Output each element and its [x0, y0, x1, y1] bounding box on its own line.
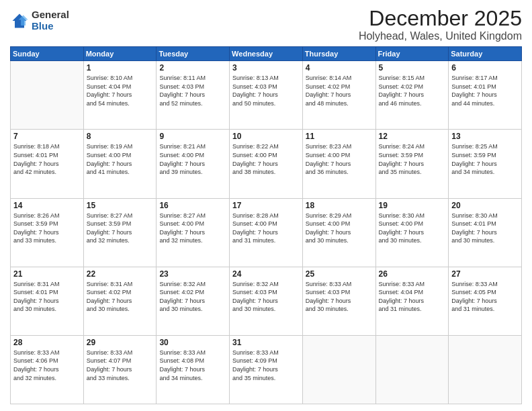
day-number: 24 — [232, 269, 300, 279]
day-number: 28 — [13, 338, 81, 347]
table-row: 3Sunrise: 8:13 AM Sunset: 4:03 PM Daylig… — [230, 61, 303, 130]
day-number: 30 — [159, 338, 226, 347]
table-row: 4Sunrise: 8:14 AM Sunset: 4:02 PM Daylig… — [302, 61, 375, 130]
day-number: 14 — [13, 201, 81, 210]
table-row: 7Sunrise: 8:18 AM Sunset: 4:01 PM Daylig… — [11, 130, 84, 198]
day-number: 7 — [13, 132, 81, 141]
day-info: Sunrise: 8:33 AM Sunset: 4:09 PM Dayligh… — [232, 349, 300, 382]
day-number: 22 — [87, 269, 154, 279]
table-row: 27Sunrise: 8:33 AM Sunset: 4:05 PM Dayli… — [449, 267, 522, 335]
calendar-week-row: 1Sunrise: 8:10 AM Sunset: 4:04 PM Daylig… — [11, 61, 522, 130]
day-info: Sunrise: 8:18 AM Sunset: 4:01 PM Dayligh… — [13, 142, 81, 176]
title-block: December 2025 Holyhead, Wales, United Ki… — [359, 7, 522, 42]
day-info: Sunrise: 8:14 AM Sunset: 4:02 PM Dayligh… — [306, 74, 373, 107]
table-row: 9Sunrise: 8:21 AM Sunset: 4:00 PM Daylig… — [157, 130, 230, 198]
day-info: Sunrise: 8:33 AM Sunset: 4:06 PM Dayligh… — [13, 349, 81, 382]
table-row: 26Sunrise: 8:33 AM Sunset: 4:04 PM Dayli… — [375, 267, 449, 335]
col-tuesday: Tuesday — [157, 47, 230, 61]
col-thursday: Thursday — [302, 47, 375, 61]
day-number: 8 — [87, 132, 154, 141]
table-row: 21Sunrise: 8:31 AM Sunset: 4:01 PM Dayli… — [11, 267, 84, 335]
table-row: 6Sunrise: 8:17 AM Sunset: 4:01 PM Daylig… — [449, 61, 522, 130]
table-row: 31Sunrise: 8:33 AM Sunset: 4:09 PM Dayli… — [230, 335, 303, 404]
day-number: 21 — [13, 269, 81, 279]
table-row: 11Sunrise: 8:23 AM Sunset: 4:00 PM Dayli… — [302, 130, 375, 198]
table-row: 12Sunrise: 8:24 AM Sunset: 3:59 PM Dayli… — [375, 130, 449, 198]
table-row: 8Sunrise: 8:19 AM Sunset: 4:00 PM Daylig… — [83, 130, 157, 198]
table-row: 28Sunrise: 8:33 AM Sunset: 4:06 PM Dayli… — [11, 335, 84, 404]
day-number: 10 — [232, 132, 300, 141]
day-info: Sunrise: 8:15 AM Sunset: 4:02 PM Dayligh… — [379, 74, 446, 107]
day-info: Sunrise: 8:33 AM Sunset: 4:07 PM Dayligh… — [87, 349, 154, 382]
day-number: 15 — [87, 201, 154, 210]
day-info: Sunrise: 8:31 AM Sunset: 4:02 PM Dayligh… — [87, 280, 154, 314]
day-number: 26 — [379, 269, 446, 279]
logo-general: General — [32, 9, 69, 21]
table-row: 2Sunrise: 8:11 AM Sunset: 4:03 PM Daylig… — [157, 61, 230, 130]
logo: General Blue — [10, 9, 69, 32]
table-row: 17Sunrise: 8:28 AM Sunset: 4:00 PM Dayli… — [230, 198, 303, 267]
page: General Blue December 2025 Holyhead, Wal… — [0, 0, 532, 411]
day-number: 17 — [232, 201, 300, 210]
calendar-header-row: Sunday Monday Tuesday Wednesday Thursday… — [11, 47, 522, 61]
day-info: Sunrise: 8:27 AM Sunset: 3:59 PM Dayligh… — [87, 212, 154, 245]
header: General Blue December 2025 Holyhead, Wal… — [10, 7, 522, 42]
day-info: Sunrise: 8:21 AM Sunset: 4:00 PM Dayligh… — [159, 142, 226, 176]
day-info: Sunrise: 8:24 AM Sunset: 3:59 PM Dayligh… — [379, 142, 446, 176]
day-info: Sunrise: 8:26 AM Sunset: 3:59 PM Dayligh… — [13, 212, 81, 245]
day-info: Sunrise: 8:32 AM Sunset: 4:02 PM Dayligh… — [159, 280, 226, 314]
table-row: 14Sunrise: 8:26 AM Sunset: 3:59 PM Dayli… — [11, 198, 84, 267]
day-number: 2 — [159, 63, 226, 73]
day-number: 3 — [232, 63, 300, 73]
day-info: Sunrise: 8:33 AM Sunset: 4:05 PM Dayligh… — [451, 280, 519, 314]
day-number: 11 — [306, 132, 373, 141]
logo-text: General Blue — [32, 9, 69, 32]
table-row — [302, 335, 375, 404]
main-title: December 2025 — [359, 7, 522, 30]
table-row: 1Sunrise: 8:10 AM Sunset: 4:04 PM Daylig… — [83, 61, 157, 130]
table-row: 25Sunrise: 8:33 AM Sunset: 4:03 PM Dayli… — [302, 267, 375, 335]
day-number: 16 — [159, 201, 226, 210]
calendar-table: Sunday Monday Tuesday Wednesday Thursday… — [10, 46, 522, 404]
day-info: Sunrise: 8:19 AM Sunset: 4:00 PM Dayligh… — [87, 142, 154, 176]
day-info: Sunrise: 8:29 AM Sunset: 4:00 PM Dayligh… — [306, 212, 373, 245]
day-number: 4 — [306, 63, 373, 73]
day-info: Sunrise: 8:10 AM Sunset: 4:04 PM Dayligh… — [87, 74, 154, 107]
table-row: 22Sunrise: 8:31 AM Sunset: 4:02 PM Dayli… — [83, 267, 157, 335]
day-number: 19 — [379, 201, 446, 210]
day-number: 20 — [451, 201, 519, 210]
day-number: 23 — [159, 269, 226, 279]
day-info: Sunrise: 8:28 AM Sunset: 4:00 PM Dayligh… — [232, 212, 300, 245]
day-info: Sunrise: 8:22 AM Sunset: 4:00 PM Dayligh… — [232, 142, 300, 176]
day-number: 29 — [87, 338, 154, 347]
table-row — [449, 335, 522, 404]
day-info: Sunrise: 8:27 AM Sunset: 4:00 PM Dayligh… — [159, 212, 226, 245]
day-number: 13 — [451, 132, 519, 141]
day-number: 5 — [379, 63, 446, 73]
col-monday: Monday — [83, 47, 157, 61]
day-info: Sunrise: 8:31 AM Sunset: 4:01 PM Dayligh… — [13, 280, 81, 314]
logo-icon — [10, 11, 29, 30]
day-info: Sunrise: 8:30 AM Sunset: 4:00 PM Dayligh… — [379, 212, 446, 245]
table-row: 30Sunrise: 8:33 AM Sunset: 4:08 PM Dayli… — [157, 335, 230, 404]
table-row: 23Sunrise: 8:32 AM Sunset: 4:02 PM Dayli… — [157, 267, 230, 335]
table-row: 18Sunrise: 8:29 AM Sunset: 4:00 PM Dayli… — [302, 198, 375, 267]
table-row: 29Sunrise: 8:33 AM Sunset: 4:07 PM Dayli… — [83, 335, 157, 404]
day-number: 31 — [232, 338, 300, 347]
day-info: Sunrise: 8:33 AM Sunset: 4:08 PM Dayligh… — [159, 349, 226, 382]
day-info: Sunrise: 8:23 AM Sunset: 4:00 PM Dayligh… — [306, 142, 373, 176]
day-info: Sunrise: 8:33 AM Sunset: 4:04 PM Dayligh… — [379, 280, 446, 314]
day-info: Sunrise: 8:13 AM Sunset: 4:03 PM Dayligh… — [232, 74, 300, 107]
table-row: 16Sunrise: 8:27 AM Sunset: 4:00 PM Dayli… — [157, 198, 230, 267]
day-info: Sunrise: 8:32 AM Sunset: 4:03 PM Dayligh… — [232, 280, 300, 314]
table-row — [375, 335, 449, 404]
day-info: Sunrise: 8:25 AM Sunset: 3:59 PM Dayligh… — [451, 142, 519, 176]
day-number: 6 — [451, 63, 519, 73]
col-sunday: Sunday — [11, 47, 84, 61]
table-row — [11, 61, 84, 130]
day-info: Sunrise: 8:33 AM Sunset: 4:03 PM Dayligh… — [306, 280, 373, 314]
col-saturday: Saturday — [449, 47, 522, 61]
calendar-week-row: 14Sunrise: 8:26 AM Sunset: 3:59 PM Dayli… — [11, 198, 522, 267]
table-row: 24Sunrise: 8:32 AM Sunset: 4:03 PM Dayli… — [230, 267, 303, 335]
day-number: 25 — [306, 269, 373, 279]
